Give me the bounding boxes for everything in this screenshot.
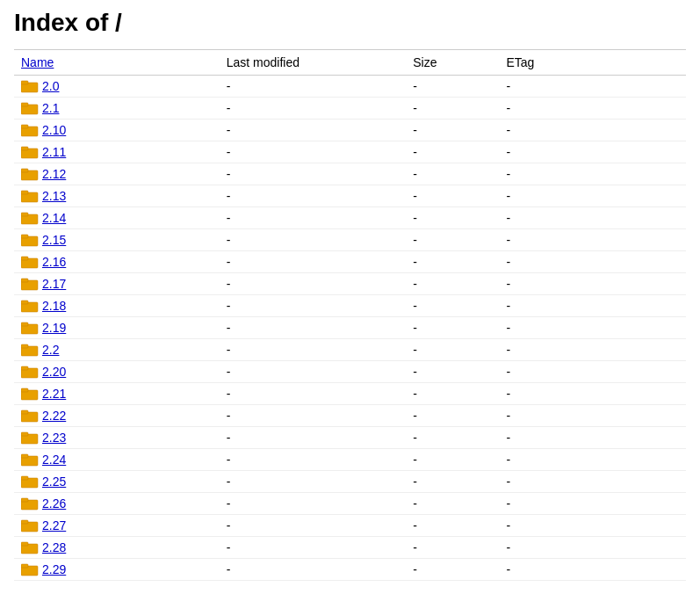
size-cell: -	[406, 120, 499, 141]
name-cell: 2.14	[14, 207, 220, 229]
folder-icon	[21, 387, 39, 401]
name-cell: 2.22	[14, 405, 220, 427]
dir-link[interactable]: 2.23	[42, 431, 66, 445]
svg-rect-46	[21, 410, 28, 414]
dir-link[interactable]: 2.25	[42, 474, 66, 489]
table-row: 2.11---	[14, 141, 686, 163]
svg-rect-58	[21, 498, 28, 502]
size-cell: -	[406, 339, 499, 361]
modified-cell: -	[220, 537, 407, 559]
name-cell: 2.18	[14, 295, 220, 317]
size-cell: -	[406, 515, 499, 537]
dir-link[interactable]: 2.29	[42, 562, 66, 576]
table-row: 2.21---	[14, 383, 686, 405]
dir-link[interactable]: 2.2	[42, 343, 59, 357]
svg-rect-10	[21, 147, 28, 150]
size-cell: -	[406, 537, 499, 559]
folder-icon	[21, 343, 39, 357]
dir-link[interactable]: 2.27	[42, 518, 66, 532]
folder-icon	[21, 123, 39, 137]
etag-cell: -	[500, 185, 687, 207]
table-row: 2.28---	[14, 537, 686, 559]
size-cell: -	[406, 449, 499, 471]
name-sort-link[interactable]: Name	[21, 55, 54, 69]
modified-cell: -	[220, 317, 407, 339]
modified-cell: -	[220, 98, 407, 120]
folder-icon	[21, 453, 39, 467]
dir-link[interactable]: 2.16	[42, 255, 66, 269]
dir-link[interactable]: 2.28	[42, 540, 66, 554]
svg-rect-16	[21, 191, 28, 194]
etag-cell: -	[500, 98, 687, 120]
size-cell: -	[406, 405, 499, 427]
svg-rect-19	[21, 213, 28, 216]
folder-icon	[21, 540, 39, 554]
name-cell: 2.17	[14, 273, 220, 295]
modified-cell: -	[220, 361, 407, 383]
svg-rect-37	[21, 344, 28, 348]
dir-link[interactable]: 2.26	[42, 496, 66, 511]
etag-cell: -	[500, 120, 687, 141]
size-cell: -	[406, 141, 499, 163]
etag-cell: -	[500, 383, 687, 405]
folder-icon	[21, 562, 39, 576]
etag-cell: -	[500, 251, 687, 273]
dir-link[interactable]: 2.0	[42, 79, 59, 93]
svg-rect-43	[21, 388, 28, 392]
size-cell: -	[406, 207, 499, 229]
etag-cell: -	[500, 559, 687, 581]
dir-link[interactable]: 2.22	[42, 409, 66, 423]
folder-icon	[21, 101, 39, 115]
etag-cell: -	[500, 361, 687, 383]
size-cell: -	[406, 383, 499, 405]
table-row: 2.17---	[14, 273, 686, 295]
dir-link[interactable]: 2.21	[42, 387, 66, 401]
name-cell: 2.27	[14, 515, 220, 537]
dir-link[interactable]: 2.17	[42, 277, 66, 291]
col-header-etag: ETag	[500, 50, 687, 76]
directory-listing: Name Last modified Size ETag 2.0--- 2.1-…	[14, 49, 686, 581]
etag-cell: -	[500, 427, 687, 449]
dir-link[interactable]: 2.11	[42, 145, 66, 159]
dir-link[interactable]: 2.13	[42, 189, 66, 203]
folder-icon	[21, 321, 39, 335]
dir-link[interactable]: 2.10	[42, 123, 66, 137]
name-cell: 2.11	[14, 141, 220, 163]
size-cell: -	[406, 427, 499, 449]
name-cell: 2.20	[14, 361, 220, 383]
dir-link[interactable]: 2.19	[42, 321, 66, 335]
dir-link[interactable]: 2.1	[42, 101, 59, 115]
col-header-size: Size	[406, 50, 499, 76]
folder-icon	[21, 365, 39, 379]
table-row: 2.23---	[14, 427, 686, 449]
name-cell: 2.16	[14, 251, 220, 273]
folder-icon	[21, 474, 39, 489]
table-row: 2.18---	[14, 295, 686, 317]
dir-link[interactable]: 2.24	[42, 453, 66, 467]
dir-link[interactable]: 2.18	[42, 299, 66, 313]
folder-icon	[21, 299, 39, 313]
modified-cell: -	[220, 405, 407, 427]
modified-cell: -	[220, 383, 407, 405]
folder-icon	[21, 189, 39, 203]
etag-cell: -	[500, 515, 687, 537]
dir-link[interactable]: 2.20	[42, 365, 66, 379]
dir-link[interactable]: 2.15	[42, 233, 66, 247]
svg-rect-49	[21, 432, 28, 436]
modified-cell: -	[220, 251, 407, 273]
dir-link[interactable]: 2.14	[42, 211, 66, 225]
etag-cell: -	[500, 273, 687, 295]
modified-cell: -	[220, 295, 407, 317]
table-row: 2.15---	[14, 229, 686, 251]
modified-cell: -	[220, 515, 407, 537]
table-row: 2.24---	[14, 449, 686, 471]
folder-icon	[21, 145, 39, 159]
page-title: Index of /	[14, 9, 686, 37]
table-row: 2.19---	[14, 317, 686, 339]
name-cell: 2.23	[14, 427, 220, 449]
modified-cell: -	[220, 229, 407, 251]
svg-rect-40	[21, 366, 28, 370]
size-cell: -	[406, 295, 499, 317]
dir-link[interactable]: 2.12	[42, 167, 66, 181]
etag-cell: -	[500, 449, 687, 471]
